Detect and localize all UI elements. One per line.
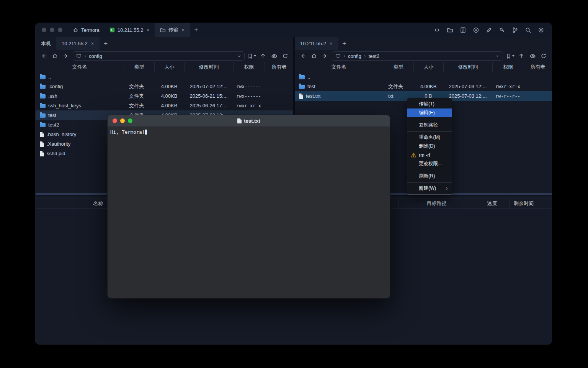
- column-header-modified[interactable]: 修改时间: [443, 62, 492, 72]
- code-icon[interactable]: [432, 25, 441, 34]
- tab-termora-home[interactable]: Termora: [68, 23, 105, 37]
- settings-icon[interactable]: [536, 25, 546, 34]
- refresh-button[interactable]: [281, 52, 289, 60]
- column-header-owner[interactable]: 所有者: [265, 62, 293, 72]
- chevron-down-icon[interactable]: [237, 54, 241, 58]
- record-icon[interactable]: [471, 25, 480, 34]
- menu-item-edit[interactable]: 编辑(E): [407, 108, 452, 117]
- folder-icon: [299, 85, 305, 89]
- table-row[interactable]: test 文件夹 4.00KB 2025-07-03 12:... rwxr-x…: [295, 82, 552, 91]
- column-header-modified[interactable]: 修改时间: [184, 62, 233, 72]
- bookmark-button[interactable]: [247, 53, 256, 59]
- breadcrumb-segment[interactable]: config: [348, 53, 361, 59]
- show-hidden-button[interactable]: [270, 52, 278, 60]
- home-button[interactable]: [310, 52, 318, 60]
- column-header-time-left[interactable]: 剩余时间: [509, 199, 538, 208]
- new-pane-tab-button[interactable]: +: [100, 37, 112, 50]
- column-header-owner[interactable]: 所有者: [524, 62, 552, 72]
- upload-button[interactable]: [259, 52, 267, 60]
- minimize-window-button[interactable]: [120, 118, 125, 123]
- menu-item-delete[interactable]: 删除(D): [407, 142, 452, 151]
- path-bar[interactable]: config test2: [332, 51, 503, 61]
- column-header-size[interactable]: 大小: [413, 62, 443, 72]
- back-button[interactable]: [299, 52, 307, 60]
- cell-modified: [184, 72, 233, 82]
- warning-icon: [411, 152, 416, 158]
- search-icon[interactable]: [523, 25, 532, 34]
- bookmark-button[interactable]: [506, 53, 514, 59]
- cell-type: 文件夹: [124, 82, 154, 91]
- column-header-type[interactable]: 类型: [124, 62, 154, 72]
- column-header-size[interactable]: 大小: [154, 62, 184, 72]
- maximize-window-button[interactable]: [128, 118, 132, 123]
- tab-local[interactable]: 本机: [36, 37, 56, 50]
- path-bar[interactable]: config: [73, 51, 245, 61]
- forward-button[interactable]: [321, 52, 329, 60]
- close-window-button[interactable]: [42, 28, 46, 32]
- new-tab-button[interactable]: +: [190, 23, 203, 37]
- table-row[interactable]: .config 文件夹 4.00KB 2025-07-02 12:... rwx…: [36, 82, 293, 91]
- folder-icon: [299, 75, 305, 79]
- cell-perm: rw-r--r--: [492, 91, 524, 101]
- folder-icon[interactable]: [445, 25, 454, 34]
- column-header-name[interactable]: 文件名: [36, 62, 124, 72]
- column-header-perm[interactable]: 权限: [492, 62, 524, 72]
- menu-item-rm-rf[interactable]: rm -rf: [407, 151, 452, 159]
- menu-item-new[interactable]: 新建(W): [407, 184, 452, 193]
- show-hidden-button[interactable]: [528, 52, 537, 60]
- back-button[interactable]: [39, 52, 48, 60]
- upload-button[interactable]: [517, 52, 526, 60]
- refresh-button[interactable]: [539, 52, 548, 60]
- forward-button[interactable]: [62, 52, 70, 60]
- menu-item-refresh[interactable]: 刷新(R): [407, 172, 452, 181]
- close-icon[interactable]: ×: [91, 40, 95, 47]
- table-row[interactable]: ssh_host_keys 文件夹 4.00KB 2025-06-26 17:.…: [36, 101, 293, 110]
- menu-item-rename[interactable]: 重命名(M): [407, 133, 452, 142]
- tab-host-right[interactable]: 10.211.55.2 ×: [295, 37, 338, 50]
- left-table-header: 文件名 类型 大小 修改时间 权限 所有者: [36, 62, 293, 72]
- close-icon[interactable]: ×: [146, 27, 150, 33]
- close-icon[interactable]: ×: [181, 27, 185, 33]
- new-pane-tab-button[interactable]: +: [338, 37, 350, 50]
- tab-host-left[interactable]: 10.211.55.2 ×: [56, 37, 100, 50]
- editor-content[interactable]: Hi, Termora!: [108, 127, 390, 298]
- editor-window-controls: [108, 118, 132, 123]
- edit-icon[interactable]: [484, 25, 493, 34]
- terminal-icon: [109, 27, 115, 33]
- column-header-perm[interactable]: 权限: [233, 62, 265, 72]
- table-row[interactable]: .ssh 文件夹 4.00KB 2025-06-21 15:... rwx---…: [36, 91, 293, 101]
- menu-item-copy-path[interactable]: 复制路径: [407, 121, 452, 130]
- cell-perm: rwxr-xr-x: [233, 101, 265, 110]
- menu-item-transfer[interactable]: 传输(T): [407, 100, 452, 108]
- column-header-type[interactable]: 类型: [383, 62, 413, 72]
- home-button[interactable]: [51, 52, 59, 60]
- file-name: .config: [48, 84, 63, 89]
- maximize-window-button[interactable]: [58, 28, 62, 32]
- tab-host-10-211-55-2[interactable]: 10.211.55.2 ×: [105, 23, 155, 37]
- close-window-button[interactable]: [113, 118, 117, 123]
- branch-icon[interactable]: [510, 25, 519, 34]
- chevron-down-icon: [512, 55, 514, 57]
- breadcrumb-segment[interactable]: config: [89, 53, 102, 59]
- file-name: ..: [48, 74, 51, 80]
- chevron-down-icon: [254, 55, 256, 57]
- file-name: test: [48, 112, 56, 118]
- file-name: test2: [48, 122, 59, 128]
- column-header-speed[interactable]: 速度: [475, 199, 509, 208]
- table-row[interactable]: ..: [36, 72, 293, 82]
- cell-owner: [524, 91, 552, 101]
- breadcrumb-segment[interactable]: test2: [369, 53, 379, 59]
- column-header-target-path[interactable]: 目标路径: [398, 199, 475, 208]
- chevron-down-icon[interactable]: [495, 54, 500, 58]
- editor-title: test.txt: [108, 118, 390, 124]
- close-icon[interactable]: ×: [329, 40, 333, 47]
- tab-transfer[interactable]: 传输 ×: [155, 23, 190, 37]
- column-header-name[interactable]: 文件名: [295, 62, 383, 72]
- log-icon[interactable]: [458, 25, 467, 34]
- table-row[interactable]: ..: [295, 72, 552, 82]
- editor-titlebar[interactable]: test.txt: [108, 115, 390, 127]
- key-icon[interactable]: [497, 25, 506, 34]
- folder-icon: [40, 104, 46, 108]
- minimize-window-button[interactable]: [50, 28, 54, 32]
- menu-item-change-permissions[interactable]: 更改权限...: [407, 159, 452, 168]
